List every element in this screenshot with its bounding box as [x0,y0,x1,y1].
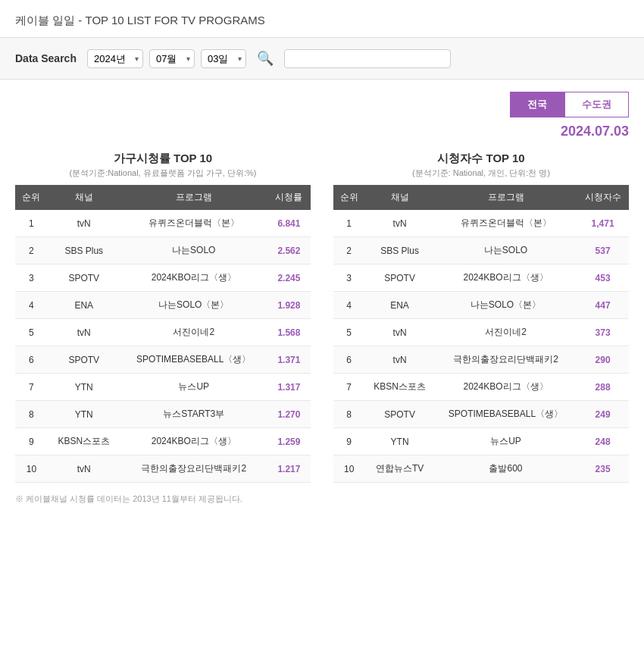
channel-cell: SPOTV [364,401,435,428]
rating-cell: 1.217 [267,455,311,483]
viewers-col-rank: 순위 [333,185,364,210]
rank-cell: 4 [333,292,364,319]
channel-cell: tvN [364,319,435,346]
program-cell: 유퀴즈온더블럭〈본〉 [120,210,267,237]
channel-cell: ENA [48,292,120,319]
table-row: 4 ENA 나는SOLO〈본〉 447 [333,292,629,319]
table-row: 4 ENA 나는SOLO〈본〉 1.928 [15,292,311,319]
table-row: 1 tvN 유퀴즈온더블럭〈본〉 6.841 [15,210,311,237]
day-select[interactable]: 01일02일03일04일 05일06일07일 [201,49,246,68]
rank-cell: 3 [15,264,48,292]
rating-cell: 2.562 [267,237,311,264]
household-col-rating: 시청률 [267,185,311,210]
program-cell: SPOTIMEBASEBALL〈생〉 [120,346,267,374]
rating-cell: 1.317 [267,374,311,401]
table-row: 6 tvN 극한의출장요리단백패키2 290 [333,346,629,374]
channel-cell: tvN [48,455,120,483]
rank-cell: 9 [333,428,364,455]
content-area: 전국 수도권 2024.07.03 가구시청률 TOP 10 (분석기준:Nat… [0,80,644,517]
channel-cell: YTN [48,401,120,428]
channel-cell: SBS Plus [48,237,120,264]
day-select-wrapper[interactable]: 01일02일03일04일 05일06일07일 ▾ [201,49,246,68]
search-input[interactable] [284,49,451,68]
tables-row: 가구시청률 TOP 10 (분석기준:National, 유료플랫폼 가입 가구… [15,152,629,483]
household-table-subtitle: (분석기준:National, 유료플랫폼 가입 가구, 단위:%) [15,167,311,179]
viewers-cell: 1,471 [577,210,629,237]
program-cell: 뉴스UP [435,428,577,455]
viewers-table-title: 시청자수 TOP 10 [333,152,629,166]
rank-cell: 6 [333,346,364,374]
channel-cell: SPOTV [364,264,435,292]
viewers-col-viewers: 시청자수 [577,185,629,210]
program-cell: 극한의출장요리단백패키2 [120,455,267,483]
viewers-cell: 373 [577,319,629,346]
rating-cell: 1.259 [267,428,311,455]
rating-cell: 1.568 [267,319,311,346]
viewers-table-section: 시청자수 TOP 10 (분석기준: National, 개인, 단위:천 명)… [333,152,629,483]
month-select-wrapper[interactable]: 01월02월03월04월 05월06월07월08월 09월10월11월12월 ▾ [149,49,195,68]
table-row: 7 YTN 뉴스UP 1.317 [15,374,311,401]
rank-cell: 1 [333,210,364,237]
rank-cell: 1 [15,210,48,237]
channel-cell: tvN [364,210,435,237]
table-row: 2 SBS Plus 나는SOLO 2.562 [15,237,311,264]
viewers-cell: 537 [577,237,629,264]
table-row: 1 tvN 유퀴즈온더블럭〈본〉 1,471 [333,210,629,237]
program-cell: SPOTIMEBASEBALL〈생〉 [435,401,577,428]
footer-note: ※ 케이블채널 시청률 데이터는 2013년 11월부터 제공됩니다. [15,493,629,505]
viewers-table: 순위 채널 프로그램 시청자수 1 tvN 유퀴즈온더블럭〈본〉 1,471 2… [333,185,629,483]
rank-cell: 7 [333,374,364,401]
channel-cell: YTN [48,374,120,401]
rank-cell: 10 [15,455,48,483]
rating-cell: 1.270 [267,401,311,428]
rank-cell: 8 [15,401,48,428]
channel-cell: tvN [48,210,120,237]
program-cell: 서진이네2 [435,319,577,346]
rank-cell: 10 [333,455,364,483]
household-col-channel: 채널 [48,185,120,210]
channel-cell: ENA [364,292,435,319]
table-row: 3 SPOTV 2024KBO리그〈생〉 2.245 [15,264,311,292]
viewers-table-subtitle: (분석기준: National, 개인, 단위:천 명) [333,167,629,179]
channel-cell: SBS Plus [364,237,435,264]
household-table-header: 순위 채널 프로그램 시청률 [15,185,311,210]
table-row: 6 SPOTV SPOTIMEBASEBALL〈생〉 1.371 [15,346,311,374]
viewers-cell: 235 [577,455,629,483]
channel-cell: 연합뉴스TV [364,455,435,483]
program-cell: 나는SOLO [435,237,577,264]
rank-cell: 3 [333,264,364,292]
household-table-section: 가구시청률 TOP 10 (분석기준:National, 유료플랫폼 가입 가구… [15,152,311,483]
rank-cell: 6 [15,346,48,374]
viewers-col-program: 프로그램 [435,185,577,210]
rank-cell: 9 [15,428,48,455]
rank-cell: 8 [333,401,364,428]
search-button[interactable]: 🔍 [252,49,278,68]
program-cell: 2024KBO리그〈생〉 [120,264,267,292]
date-display: 2024.07.03 [15,124,629,139]
household-col-program: 프로그램 [120,185,267,210]
program-cell: 나는SOLO〈본〉 [435,292,577,319]
tab-metro[interactable]: 수도권 [564,92,629,117]
viewers-cell: 453 [577,264,629,292]
channel-cell: KBSN스포츠 [364,374,435,401]
rank-cell: 7 [15,374,48,401]
rank-cell: 2 [15,237,48,264]
year-select-wrapper[interactable]: 2024년 2023년 2022년 ▾ [87,49,143,68]
tab-region: 전국 수도권 [15,92,629,117]
rank-cell: 5 [15,319,48,346]
program-cell: 뉴스START3부 [120,401,267,428]
household-table: 순위 채널 프로그램 시청률 1 tvN 유퀴즈온더블럭〈본〉 6.841 2 … [15,185,311,483]
rating-cell: 1.928 [267,292,311,319]
program-cell: 2024KBO리그〈생〉 [435,264,577,292]
table-row: 5 tvN 서진이네2 1.568 [15,319,311,346]
page-title: 케이블 일일 - TOP 10 LIST FOR TV PROGRAMS [15,14,265,27]
table-row: 10 tvN 극한의출장요리단백패키2 1.217 [15,455,311,483]
channel-cell: YTN [364,428,435,455]
tab-nationwide[interactable]: 전국 [510,92,564,117]
channel-cell: tvN [364,346,435,374]
program-cell: 유퀴즈온더블럭〈본〉 [435,210,577,237]
channel-cell: tvN [48,319,120,346]
month-select[interactable]: 01월02월03월04월 05월06월07월08월 09월10월11월12월 [149,49,195,68]
year-select[interactable]: 2024년 2023년 2022년 [87,49,143,68]
channel-cell: SPOTV [48,264,120,292]
